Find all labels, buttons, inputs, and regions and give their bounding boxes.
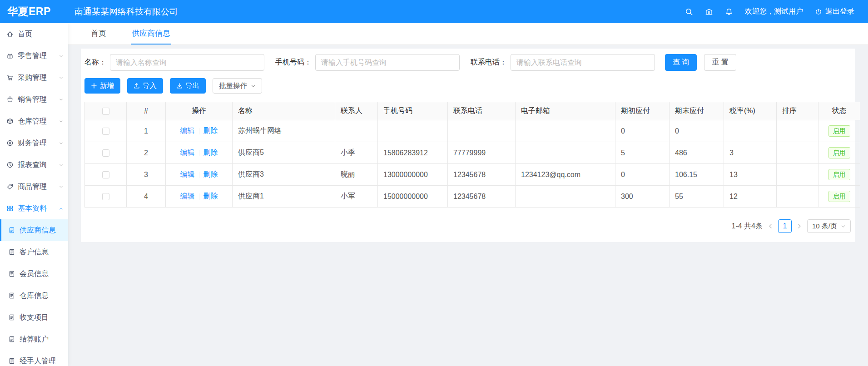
chevron-up-icon [59, 206, 64, 211]
row-checkbox[interactable] [102, 149, 109, 157]
mobile-search-input[interactable] [315, 54, 460, 71]
sidebar-item-warehouse-mgmt[interactable]: 仓库管理 [0, 110, 68, 132]
sidebar-item-label: 仓库管理 [18, 117, 47, 126]
table-row: 1编辑删除苏州蜗牛网络00启用 [85, 120, 860, 142]
sidebar-item-warehouse-info[interactable]: 仓库信息 [0, 285, 68, 307]
doc-icon [8, 227, 15, 234]
table-row: 3编辑删除供应商3晓丽13000000000123456781234123@qq… [85, 164, 860, 186]
table-header-row: #操作名称联系人手机号码联系电话电子邮箱期初应付期末应付税率(%)排序状态 [85, 102, 860, 120]
batch-actions-button[interactable]: 批量操作 [213, 78, 262, 94]
cell-email: 1234123@qq.com [516, 164, 615, 186]
mobile-filter-label: 手机号码： [275, 58, 312, 67]
edit-link[interactable]: 编辑 [180, 192, 195, 200]
import-button[interactable]: 导入 [127, 78, 163, 94]
edit-link[interactable]: 编辑 [180, 170, 195, 178]
column-header: 期末应付 [670, 102, 724, 120]
cell-contact: 晓丽 [335, 164, 378, 186]
sidebar-item-retail-mgmt[interactable]: 零售管理 [0, 45, 68, 67]
page-size-select[interactable]: 10 条/页 [807, 219, 851, 233]
sidebar-item-report-query[interactable]: 报表查询 [0, 154, 68, 176]
sidebar-item-goods-mgmt[interactable]: 商品管理 [0, 176, 68, 198]
row-checkbox[interactable] [102, 128, 109, 135]
sidebar-item-home[interactable]: 首页 [0, 23, 68, 45]
column-header: 名称 [233, 102, 335, 120]
sidebar-item-member-info[interactable]: 会员信息 [0, 263, 68, 285]
page-size-value: 10 条/页 [812, 222, 837, 231]
name-search-input[interactable] [110, 54, 264, 71]
top-header: 华夏ERP 南通某某网络科技有限公司 欢迎您，测试用户 退出登录 [0, 0, 868, 23]
tab-supplier-info[interactable]: 供应商信息 [131, 23, 171, 45]
plus-icon [91, 83, 97, 89]
bell-icon[interactable] [725, 8, 733, 16]
tabbar: 首页供应商信息 [68, 23, 868, 45]
edit-link[interactable]: 编辑 [180, 127, 195, 134]
sidebar-menu: 首页零售管理采购管理销售管理仓库管理财务管理报表查询商品管理基本资料供应商信息客… [0, 23, 68, 366]
sidebar-item-basic-data[interactable]: 基本资料 [0, 198, 68, 219]
cell-name: 供应商1 [233, 186, 335, 208]
sidebar-item-customer-info[interactable]: 客户信息 [0, 241, 68, 263]
column-header: 状态 [818, 102, 860, 120]
cell-phone: 77779999 [448, 142, 516, 164]
sidebar-item-label: 客户信息 [20, 247, 49, 257]
cell-tax_rate: 3 [724, 142, 777, 164]
sidebar-item-supplier-info[interactable]: 供应商信息 [0, 219, 68, 241]
table-row: 4编辑删除供应商1小军15000000000123456783005512启用 [85, 186, 860, 208]
sidebar-item-finance-mgmt[interactable]: 财务管理 [0, 132, 68, 154]
cell-tax_rate: 13 [724, 164, 777, 186]
app: 华夏ERP 南通某某网络科技有限公司 欢迎您，测试用户 退出登录 首页零售管理采… [0, 0, 868, 366]
page-number-button[interactable]: 1 [778, 219, 792, 233]
cell-opening_payable: 0 [615, 164, 670, 186]
status-badge: 启用 [828, 147, 850, 159]
retail-icon [6, 52, 14, 59]
delete-link[interactable]: 删除 [203, 192, 218, 200]
search-icon[interactable] [685, 8, 693, 16]
sidebar-item-settlement-account[interactable]: 结算账户 [0, 328, 68, 350]
next-page-button[interactable] [796, 223, 803, 229]
logout-button[interactable]: 退出登录 [815, 7, 854, 16]
main-area: 首页供应商信息 名称： 手机号码： 联系电话： 查 询 重 置 [68, 23, 868, 366]
finance-icon [6, 139, 14, 147]
cell-name: 供应商3 [233, 164, 335, 186]
chevron-down-icon [841, 224, 846, 229]
sidebar-item-label: 首页 [18, 30, 32, 39]
cell-closing_payable: 55 [670, 186, 724, 208]
sidebar-item-sales-mgmt[interactable]: 销售管理 [0, 89, 68, 110]
cell-tax_rate: 12 [724, 186, 777, 208]
logout-icon [815, 8, 822, 15]
warehouse-icon [6, 118, 14, 125]
import-icon [134, 83, 140, 89]
sales-icon [6, 96, 14, 103]
edit-link[interactable]: 编辑 [180, 148, 195, 156]
delete-link[interactable]: 删除 [203, 127, 218, 134]
doc-icon [8, 336, 15, 343]
sidebar-item-handler-mgmt[interactable]: 经手人管理 [0, 350, 68, 366]
prev-page-button[interactable] [767, 223, 774, 229]
delete-link[interactable]: 删除 [203, 170, 218, 178]
row-checkbox[interactable] [102, 171, 109, 178]
export-button[interactable]: 导出 [170, 78, 206, 94]
sidebar-item-label: 销售管理 [18, 95, 47, 104]
chevron-down-icon [251, 84, 256, 89]
reset-button[interactable]: 重 置 [704, 54, 736, 71]
sidebar-item-label: 收支项目 [20, 313, 49, 322]
cell-name: 苏州蜗牛网络 [233, 120, 335, 142]
welcome-user[interactable]: 欢迎您，测试用户 [745, 7, 803, 16]
search-button[interactable]: 查 询 [665, 54, 697, 71]
row-index: 1 [127, 120, 166, 142]
doc-icon [8, 357, 15, 365]
add-button[interactable]: 新增 [84, 78, 120, 94]
delete-link[interactable]: 删除 [203, 148, 218, 156]
filter-bar: 名称： 手机号码： 联系电话： 查 询 重 置 [84, 54, 852, 71]
header-actions: 欢迎您，测试用户 退出登录 [685, 7, 868, 16]
sidebar-item-label: 基本资料 [18, 204, 47, 213]
chevron-down-icon [59, 97, 64, 102]
sidebar-item-purchase-mgmt[interactable]: 采购管理 [0, 67, 68, 89]
select-all-checkbox[interactable] [102, 108, 109, 115]
cell-phone: 12345678 [448, 164, 516, 186]
bank-icon[interactable] [705, 8, 713, 16]
sidebar-item-income-expense[interactable]: 收支项目 [0, 307, 68, 328]
row-checkbox[interactable] [102, 193, 109, 200]
column-header: 期初应付 [615, 102, 670, 120]
phone-search-input[interactable] [511, 54, 655, 71]
tab-home[interactable]: 首页 [90, 23, 107, 45]
